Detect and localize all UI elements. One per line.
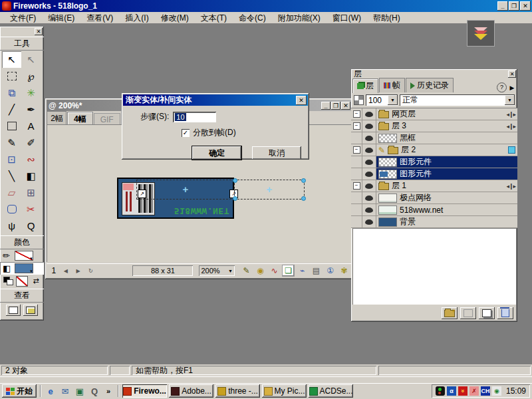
effect-panel-icon[interactable]: ∿ [269, 265, 280, 276]
layer-row-content[interactable]: 背景 [376, 216, 517, 227]
eye-icon[interactable] [365, 207, 373, 213]
dialog-titlebar[interactable]: 渐变实体/补间实体 ✕ [123, 94, 308, 106]
eye-icon[interactable] [365, 136, 373, 141]
layer-row-4[interactable]: 图形元件 [351, 156, 517, 168]
task-button-0[interactable]: Firewo... [122, 384, 167, 398]
eye-icon[interactable] [365, 124, 373, 129]
flashget-tray-icon[interactable]: » [458, 386, 467, 396]
fill-color-swatch[interactable]: ▼ [15, 263, 33, 273]
optimize-panel-icon[interactable]: ✾ [338, 265, 350, 276]
layer-row-3[interactable]: −✎层 2 [351, 144, 517, 156]
layers-tab-2[interactable]: 历史记录 [406, 78, 454, 92]
tween-target-selection[interactable]: + [234, 180, 305, 200]
full-screen-button[interactable] [23, 305, 38, 316]
stroke-color-swatch[interactable]: ▼ [15, 251, 33, 261]
share-layer-icon[interactable]: ◂❙▸ [506, 111, 515, 118]
zoom-tool[interactable]: Q [21, 217, 41, 234]
visibility-cell[interactable] [362, 132, 376, 144]
visibility-cell[interactable] [362, 168, 376, 180]
dialog-close-icon[interactable]: ✕ [296, 96, 307, 105]
crop-tool[interactable]: ⧉ [2, 84, 21, 101]
visibility-cell[interactable] [362, 108, 376, 120]
layer-row-content[interactable]: 图形元件 [376, 156, 517, 168]
library-panel-icon[interactable]: ▤ [311, 265, 322, 276]
rounded-rect-tool[interactable] [2, 201, 21, 217]
prev-frame-button[interactable]: ◀ [61, 266, 71, 276]
distribute-checkbox[interactable]: ✓ [182, 129, 190, 137]
paint-bucket-tool[interactable]: ◧ [21, 168, 41, 184]
layer-row-content[interactable]: 网页层◂❙▸ [376, 108, 517, 120]
eye-icon[interactable] [365, 196, 373, 201]
marquee-tool[interactable] [2, 68, 21, 84]
text-tool[interactable]: A [21, 118, 41, 134]
eye-icon[interactable] [365, 160, 373, 165]
pointer-tool[interactable]: ↖ [2, 51, 21, 68]
layer-row-content[interactable]: 层 3◂❙▸ [376, 120, 517, 132]
eye-icon[interactable] [365, 219, 373, 225]
layers-tab-0[interactable]: 层 [352, 78, 378, 93]
layer-row-6[interactable]: −层 1◂❙▸ [351, 180, 517, 192]
layer-row-content[interactable]: 黑框 [376, 132, 517, 144]
layer-row-content[interactable]: ✎层 2 [376, 144, 517, 156]
layer-row-1[interactable]: −层 3◂❙▸ [351, 120, 517, 132]
layer-row-8[interactable]: 518www.net [351, 204, 517, 216]
visibility-cell[interactable] [362, 192, 376, 203]
tools-panel-close-icon[interactable]: ✕ [35, 28, 43, 35]
menu-item-6[interactable]: 命令(C) [233, 12, 272, 25]
layer-row-2[interactable]: 黑框 [351, 132, 517, 144]
collapse-icon[interactable]: − [353, 146, 360, 154]
magic-wand-tool[interactable]: ✳ [21, 84, 41, 101]
expand-cell[interactable]: − [351, 144, 362, 156]
layer-row-0[interactable]: −网页层◂❙▸ [351, 108, 517, 120]
layers-panel-titlebar[interactable]: 层 ✕ [351, 69, 517, 78]
standard-screen-button[interactable] [6, 305, 21, 316]
swap-colors-button[interactable]: ⇄ [31, 276, 41, 285]
collapse-icon[interactable]: − [353, 182, 360, 190]
task-button-1[interactable]: Adobe... [169, 384, 213, 398]
layers-panel-icon[interactable]: ❏ [283, 265, 294, 276]
scale-tool[interactable]: ⊡ [2, 151, 21, 168]
menu-item-8[interactable]: 窗口(W) [327, 12, 367, 25]
visibility-cell[interactable] [362, 120, 376, 132]
layer-row-7[interactable]: 极点网络 [351, 192, 517, 204]
default-colors-button[interactable] [3, 276, 13, 285]
expand-cell[interactable]: − [351, 120, 362, 132]
viewer-quicklaunch-icon[interactable]: Q [88, 385, 100, 397]
menu-item-3[interactable]: 插入(I) [119, 12, 154, 25]
task-button-3[interactable]: My Pic... [262, 384, 307, 398]
panel-help-icon[interactable]: ? [497, 82, 507, 92]
menu-item-5[interactable]: 文本(T) [195, 12, 233, 25]
restore-button[interactable]: ❐ [509, 1, 519, 11]
acdsee-tray-icon[interactable]: ◉ [492, 386, 501, 396]
symbol-selection[interactable]: + ↗ ↗ [136, 180, 235, 200]
delete-layer-button[interactable] [497, 307, 513, 319]
quicklaunch-overflow-icon[interactable]: » [102, 385, 114, 397]
layer-row-content[interactable]: 518www.net [376, 204, 517, 215]
eye-icon[interactable] [365, 112, 373, 117]
eye-icon[interactable] [365, 172, 373, 177]
tools-panel-titlebar[interactable]: ✕ [0, 27, 44, 36]
pen-tool[interactable]: ✒ [21, 101, 41, 118]
start-button[interactable]: 开始 [2, 384, 37, 398]
traffic-light-tray-icon[interactable] [436, 386, 445, 396]
stroke-color-row[interactable]: ✏ ▼ [0, 249, 44, 262]
fill-color-row[interactable]: ◧ ▼ [0, 262, 44, 275]
cancel-button[interactable]: 取消 [252, 146, 301, 160]
lasso-tool[interactable]: ℘ [21, 68, 41, 84]
ie-quicklaunch-icon[interactable]: e [45, 385, 57, 397]
loop-button[interactable]: ↻ [86, 266, 96, 276]
knife-tool[interactable]: ✂ [21, 201, 41, 217]
layer-row-content[interactable]: 图形元件 [376, 168, 517, 180]
desktop-quicklaunch-icon[interactable]: ▣ [74, 385, 86, 397]
rectangle-tool[interactable] [2, 118, 21, 134]
blend-mode-dropdown[interactable]: 正常 ▼ [400, 94, 515, 106]
layers-tab-1[interactable]: 帧 [379, 78, 405, 92]
opacity-input[interactable]: 100 ▼ [366, 94, 398, 106]
menu-item-4[interactable]: 修改(M) [155, 12, 195, 25]
layer-row-content[interactable]: 层 1◂❙▸ [376, 180, 517, 192]
layer-row-content[interactable]: 极点网络 [376, 192, 517, 203]
menu-item-0[interactable]: 文件(F) [4, 12, 42, 25]
active-layer-icon[interactable] [508, 146, 515, 154]
steps-input[interactable]: 10 [173, 112, 216, 122]
behaviors-panel-icon[interactable]: ⌁ [297, 265, 308, 276]
